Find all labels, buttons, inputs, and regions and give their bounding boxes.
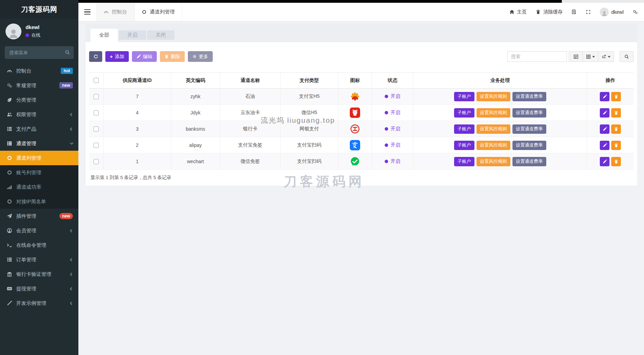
row-edit-button[interactable] (600, 141, 609, 150)
row-checkbox[interactable] (94, 159, 99, 164)
risk-rule-button[interactable]: 设置风控规则 (477, 108, 510, 118)
sidebar-item-channel-list[interactable]: 通道列管理 (0, 151, 78, 165)
sub-account-button[interactable]: 子账户 (454, 92, 474, 101)
row-delete-button[interactable] (611, 141, 621, 150)
row-delete-button[interactable] (611, 124, 621, 134)
col-pay-type: 支付类型 (280, 73, 338, 88)
cell-status: 开启 (372, 88, 413, 104)
row-delete-button[interactable] (611, 92, 621, 101)
home-link[interactable]: 主页 (509, 9, 527, 15)
risk-rule-button[interactable]: 设置风控规则 (477, 124, 510, 134)
channel-rate-button[interactable]: 设置通道费率 (512, 92, 546, 101)
top-strip (78, 0, 644, 3)
document-button[interactable] (571, 9, 577, 15)
sidebar-item-withdraw[interactable]: 提现管理 (0, 281, 78, 296)
sidebar-item-bankcard-verify[interactable]: 银行卡验证管理 (0, 267, 78, 281)
chevron-icon (70, 301, 74, 305)
sidebar-item-label: 会员管理 (16, 227, 36, 234)
status-label: 开启 (391, 93, 400, 100)
channel-rate-button[interactable]: 设置通道费率 (512, 124, 546, 134)
row-delete-button[interactable] (611, 108, 621, 118)
risk-rule-button[interactable]: 设置风控规则 (477, 157, 510, 166)
sidebar-item-general[interactable]: 常规管理 new (0, 78, 78, 93)
plus-icon: + (110, 54, 113, 59)
channel-rate-button[interactable]: 设置通道费率 (512, 157, 546, 166)
chevron-icon (70, 113, 74, 116)
sidebar-item-dev-example[interactable]: 开发示例管理 (0, 296, 78, 310)
sidebar-item-label: 银行卡验证管理 (16, 271, 51, 278)
row-checkbox[interactable] (94, 127, 99, 132)
filter-tab-closed[interactable]: 关闭 (147, 30, 174, 40)
sub-account-button[interactable]: 子账户 (454, 124, 474, 134)
search-icon[interactable] (65, 50, 70, 55)
sidebar-item-category[interactable]: 分类管理 (0, 93, 78, 107)
row-edit-button[interactable] (600, 108, 609, 118)
search-button[interactable] (619, 51, 634, 62)
sidebar-item-label: 提现管理 (16, 286, 36, 292)
detail-view-button[interactable] (569, 51, 583, 62)
sidebar-item-channel-success[interactable]: 通道成功率 (0, 180, 78, 194)
more-button[interactable]: 更多 (188, 51, 213, 62)
cell-status: 开启 (372, 153, 413, 169)
filter-tab-open[interactable]: 开启 (119, 30, 146, 40)
tab-channel-list[interactable]: 通道列管理 (134, 3, 182, 21)
sidebar-item-label: 在线命令管理 (16, 242, 46, 249)
sidebar-item-plugin[interactable]: 插件管理 new (0, 209, 78, 223)
chevron-icon (70, 127, 74, 131)
sub-account-button[interactable]: 子账户 (454, 108, 474, 118)
channel-rate-button[interactable]: 设置通道费率 (512, 141, 546, 150)
visa-icon (7, 286, 12, 291)
row-edit-button[interactable] (600, 124, 609, 134)
settings-button[interactable] (633, 9, 638, 15)
row-checkbox[interactable] (94, 143, 99, 148)
row-checkbox[interactable] (94, 94, 99, 99)
trash-icon (614, 94, 618, 99)
cell-pay-type: 支付宝扫码 (280, 137, 338, 153)
row-checkbox[interactable] (94, 110, 99, 115)
col-status: 状态 (372, 73, 413, 88)
topbar-tabs: 控制台 通道列管理 (96, 3, 182, 21)
delete-button[interactable]: 删除 (160, 51, 185, 62)
leaf-icon (7, 97, 12, 103)
sidebar-item-account-list[interactable]: 账号列管理 (0, 165, 78, 180)
trash-icon (614, 143, 618, 148)
channel-rate-button[interactable]: 设置通道费率 (512, 108, 546, 118)
sidebar-item-label: 通道成功率 (16, 184, 41, 190)
risk-rule-button[interactable]: 设置风控规则 (477, 141, 510, 150)
sidebar-item-member[interactable]: 会员管理 (0, 223, 78, 238)
sidebar-item-order[interactable]: 订单管理 (0, 252, 78, 267)
sidebar-item-label: 控制台 (16, 68, 31, 74)
topbar-user[interactable]: dkewl (600, 8, 624, 17)
filter-tab-all[interactable]: 全部 (90, 29, 118, 42)
risk-rule-button[interactable]: 设置风控规则 (477, 92, 510, 101)
sidebar-item-ip-blacklist[interactable]: 对接IP黑名单 (0, 194, 78, 209)
edit-button[interactable]: 编辑 (132, 51, 157, 62)
clear-cache-link[interactable]: 清除缓存 (536, 9, 563, 15)
cell-english-code: banksms (171, 121, 220, 137)
sidebar-item-online-command[interactable]: 在线命令管理 (0, 238, 78, 252)
sidebar-item-permission[interactable]: 权限管理 (0, 107, 78, 122)
sidebar-item-channel[interactable]: 通道管理 (0, 136, 78, 151)
columns-button[interactable] (583, 51, 598, 62)
row-edit-button[interactable] (600, 92, 609, 101)
sidebar-item-pay-product[interactable]: 支付产品 (0, 122, 78, 136)
sub-account-button[interactable]: 子账户 (454, 157, 474, 166)
menu-toggle-button[interactable] (78, 3, 96, 21)
table-search-input[interactable] (507, 51, 567, 62)
sidebar-item-label: 支付产品 (16, 126, 36, 132)
sidebar-menu: 控制台 hot 常规管理 new 分类管理 权限管理 支付产品 通道管理 通道列… (0, 64, 78, 310)
sub-account-button[interactable]: 子账户 (454, 141, 474, 150)
row-edit-button[interactable] (600, 157, 609, 166)
add-button[interactable]: +添加 (105, 51, 129, 62)
trash-icon (164, 54, 169, 59)
fullscreen-button[interactable] (586, 9, 591, 15)
select-all-checkbox[interactable] (94, 78, 99, 83)
user-avatar (6, 24, 21, 39)
chevron-icon (70, 287, 74, 290)
refresh-button[interactable] (89, 51, 102, 62)
export-button[interactable] (598, 51, 614, 62)
row-delete-button[interactable] (611, 157, 621, 166)
sidebar-item-console[interactable]: 控制台 hot (0, 64, 78, 78)
sidebar-search-input[interactable] (5, 46, 74, 59)
tab-console[interactable]: 控制台 (96, 3, 134, 21)
